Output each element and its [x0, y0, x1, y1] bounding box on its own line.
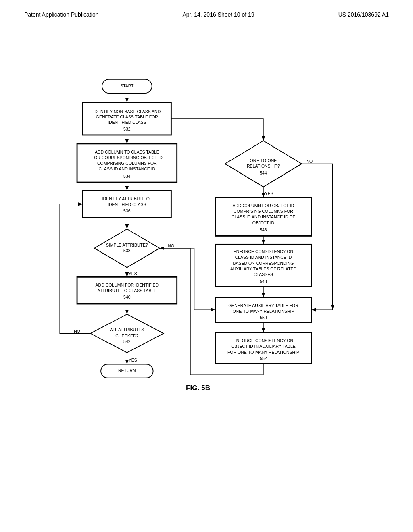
node-542-text1: ALL ATTRIBUTES	[110, 328, 144, 332]
node-550-text1: GENERATE AUXILIARY TABLE FOR	[228, 303, 298, 308]
node-534-text2: FOR CORRESPONDING OBJECT ID	[92, 156, 163, 160]
header-left: Patent Application Publication	[24, 11, 98, 18]
start-label: START	[120, 84, 134, 88]
node-538-num: 538	[123, 249, 131, 253]
node-548-text5: CLASSES	[254, 272, 273, 277]
node-546-text3: CLASS ID AND INSTANCE ID OF	[232, 215, 295, 219]
node-550-text2: ONE-TO-MANY RELATIONSHIP	[232, 309, 294, 314]
node-540-text1: ADD COLUMN FOR IDENTIFIED	[96, 283, 159, 287]
node-548-text4: AUXILIARY TABLES OF RELATED	[230, 267, 297, 271]
label-542-yes: YES	[129, 358, 137, 362]
node-542-text2: CHECKED?	[115, 334, 138, 338]
node-532-text1: IDENTIFY NON-BASE CLASS AND	[93, 110, 161, 114]
fig-label: FIG. 5B	[186, 384, 210, 392]
label-538-yes: YES	[129, 272, 137, 276]
node-532-text2: GENERATE CLASS TABLE FOR	[96, 115, 159, 119]
node-540-num: 540	[123, 295, 131, 299]
node-550-num: 550	[260, 316, 267, 320]
node-544-num: 544	[260, 171, 267, 175]
diagram-area: START IDENTIFY NON-BASE CLASS AND GENERA…	[0, 22, 413, 505]
header-center: Apr. 14, 2016 Sheet 10 of 19	[182, 11, 254, 18]
node-548-text1: ENFORCE CONSISTENCY ON	[234, 249, 293, 254]
node-546-text4: OBJECT ID	[252, 221, 275, 225]
node-534-text1: ADD COLUMN TO CLASS TABLE	[95, 150, 159, 154]
label-544-no: NO	[306, 159, 313, 164]
node-532-text3: IDENTIFIED CLASS	[108, 120, 146, 125]
label-544-yes: YES	[265, 191, 273, 196]
arrow-542-no-loop	[60, 204, 90, 333]
node-544-text1: ONE-TO-ONE	[250, 158, 277, 163]
node-534-text4: CLASS ID AND INSTANCE ID	[99, 167, 156, 171]
arrow-544-no	[302, 164, 332, 310]
node-538-text1: SIMPLE ATTRIBUTE?	[106, 243, 148, 247]
node-552-text2: OBJECT ID IN AUXILIARY TABLE	[231, 344, 296, 349]
return-label: RETURN	[118, 368, 136, 373]
header-right: US 2016/103692 A1	[338, 11, 389, 18]
node-552-text3: FOR ONE-TO-MANY RELATIONSHIP	[227, 350, 299, 355]
node-534-text3: COMPRISING COLUMNS FOR	[97, 161, 157, 166]
node-546-text1: ADD COLUMN FOR OBJECT ID	[233, 204, 294, 208]
node-552-num: 552	[260, 356, 267, 361]
label-538-no: NO	[168, 244, 175, 248]
node-538	[94, 229, 160, 267]
node-536-text2: IDENTIFIED CLASS	[108, 202, 146, 207]
node-536-text1: IDENTIFY ATTRIBUTE OF	[102, 197, 152, 201]
arrow-532-544	[171, 119, 263, 141]
node-532-num: 532	[123, 127, 131, 131]
node-548-text3: BASED ON CORRESPONDING	[233, 261, 294, 266]
node-540-text2: ATTRIBUTE TO CLASS TABLE	[97, 289, 156, 293]
node-542-num: 542	[123, 339, 131, 344]
node-534-num: 534	[123, 174, 131, 179]
node-548-num: 548	[260, 279, 267, 284]
node-546-num: 546	[260, 228, 267, 232]
node-552-text1: ENFORCE CONSISTENCY ON	[234, 339, 293, 343]
page-header: Patent Application Publication Apr. 14, …	[0, 0, 413, 22]
node-536-num: 536	[123, 209, 131, 213]
node-544-text2: RELATIONSHIP?	[247, 164, 280, 168]
node-546-text2: COMPRISING COLUMNS FOR	[234, 209, 293, 214]
node-548-text2: CLASS ID AND INSTANCE ID	[235, 255, 292, 260]
